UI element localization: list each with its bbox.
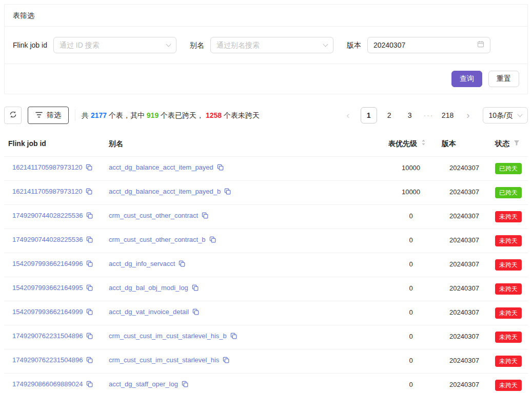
status-cell: 未跨天 <box>491 229 528 253</box>
priority-cell: 0 <box>384 349 438 373</box>
refresh-button[interactable] <box>4 107 22 124</box>
job-id-link[interactable]: 1621411705987973120 <box>12 163 82 171</box>
page-size-select[interactable]: 10条/页 <box>483 107 528 123</box>
table-row: 1542097993662164996 acct_dg_info_servacc… <box>4 253 528 277</box>
alias-cell: acct_dg_balance_acct_item_payed_b <box>105 180 384 204</box>
job-id-link[interactable]: 1542097993662164996 <box>12 260 83 267</box>
copy-icon[interactable] <box>86 236 93 246</box>
copy-icon[interactable] <box>182 381 188 390</box>
version-label: 版本 <box>347 40 361 50</box>
copy-icon[interactable] <box>202 212 208 222</box>
page-ellipsis[interactable]: ··· <box>422 110 436 120</box>
copy-icon[interactable] <box>86 164 92 174</box>
status-cell: 未跨天 <box>491 253 528 277</box>
job-id-link[interactable]: 1542097993662164995 <box>12 284 83 292</box>
version-cell: 20240307 <box>438 229 491 253</box>
sort-icon[interactable] <box>421 138 426 149</box>
copy-icon[interactable] <box>230 333 237 342</box>
page-button-2[interactable]: 2 <box>381 107 398 123</box>
job-id-link[interactable]: 1542097993662164999 <box>12 308 83 316</box>
page-button-3[interactable]: 3 <box>402 107 418 123</box>
job-id-cell: 1621411705987973120 <box>4 180 105 204</box>
priority-cell: 0 <box>384 373 438 393</box>
copy-icon[interactable] <box>223 357 229 366</box>
copy-icon[interactable] <box>192 284 199 294</box>
version-cell: 20240307 <box>438 349 491 373</box>
status-cell: 未跨天 <box>491 373 528 393</box>
job-id-cell: 1542097993662164996 <box>4 253 105 277</box>
version-datepicker[interactable]: 20240307 <box>367 37 490 53</box>
summary-uncrossed-count: 1258 <box>206 111 222 119</box>
job-id-link[interactable]: 1749290762231504896 <box>12 356 83 364</box>
filter-fields-row: Flink job id 通过 ID 搜索 别名 通过别名搜索 版本 20240… <box>5 27 527 64</box>
page-button-last[interactable]: 218 <box>440 107 456 123</box>
version-value: 20240307 <box>373 40 405 50</box>
table-row: 1621411705987973120 acct_dg_balance_acct… <box>4 180 528 204</box>
alias-link[interactable]: acct_dg_vat_invoice_detail <box>109 308 189 316</box>
copy-icon[interactable] <box>217 164 224 174</box>
job-id-cell: 1749290866069889024 <box>4 373 105 393</box>
column-header-version: 版本 <box>438 131 491 156</box>
job-id-link[interactable]: 1621411705987973120 <box>12 188 82 195</box>
job-id-link[interactable]: 1749290762231504896 <box>12 332 83 340</box>
tables-table: Flink job id 别名 表优先级 版本 状态 <box>4 131 528 393</box>
copy-icon[interactable] <box>86 284 93 294</box>
alias-link[interactable]: acct_dg_staff_oper_log <box>109 380 178 388</box>
filter-panel: 表筛选 Flink job id 通过 ID 搜索 别名 通过别名搜索 版本 <box>4 4 528 94</box>
copy-icon[interactable] <box>192 308 199 318</box>
status-cell: 未跨天 <box>491 349 528 373</box>
version-cell: 20240307 <box>438 373 491 393</box>
alias-link[interactable]: crm_cust_cust_im_cust_starlevel_his <box>109 356 219 364</box>
query-button[interactable]: 查询 <box>451 71 482 87</box>
filter-funnel-icon[interactable] <box>514 138 520 149</box>
job-id-link[interactable]: 1749290866069889024 <box>12 380 83 388</box>
column-header-job-id: Flink job id <box>4 131 105 156</box>
page-button-1[interactable]: 1 <box>361 107 377 123</box>
job-id-link[interactable]: 1749290744028225536 <box>12 236 83 243</box>
job-id-select[interactable]: 通过 ID 搜索 <box>53 37 176 53</box>
table-row: 1542097993662164999 acct_dg_vat_invoice_… <box>4 301 528 325</box>
job-id-label: Flink job id <box>13 40 47 50</box>
alias-link[interactable]: acct_dg_bal_obj_modi_log <box>109 284 188 292</box>
status-badge: 已跨天 <box>495 163 522 174</box>
filter-actions: 查询 重置 <box>5 64 527 94</box>
alias-cell: acct_dg_info_servacct <box>105 253 384 277</box>
alias-link[interactable]: acct_dg_balance_acct_item_payed <box>109 163 213 171</box>
alias-link[interactable]: acct_dg_balance_acct_item_payed_b <box>109 188 221 195</box>
status-badge: 未跨天 <box>495 307 522 319</box>
table-toolbar: 筛选 共 2177 个表，其中 919 个表已跨天， 1258 个表未跨天 ‹ … <box>4 107 528 124</box>
filter-toggle-button[interactable]: 筛选 <box>28 107 69 124</box>
copy-icon[interactable] <box>86 308 93 318</box>
next-page-button[interactable]: › <box>460 107 477 123</box>
version-cell: 20240307 <box>438 301 491 325</box>
copy-icon[interactable] <box>179 260 185 270</box>
reset-button[interactable]: 重置 <box>488 71 519 87</box>
status-badge: 未跨天 <box>495 332 522 343</box>
copy-icon[interactable] <box>86 381 93 390</box>
field-flink-job-id: Flink job id 通过 ID 搜索 <box>13 37 176 53</box>
job-id-link[interactable]: 1749290744028225536 <box>12 212 83 219</box>
alias-link[interactable]: crm_cust_cust_im_cust_starlevel_his_b <box>109 332 227 340</box>
filter-lines-icon <box>35 111 43 119</box>
alias-select[interactable]: 通过别名搜索 <box>210 37 333 53</box>
alias-cell: acct_dg_staff_oper_log <box>105 373 384 393</box>
version-cell: 20240307 <box>438 204 491 229</box>
copy-icon[interactable] <box>86 260 93 270</box>
pagination-top: ‹ 1 2 3 ··· 218 › 10条/页 <box>340 107 528 123</box>
alias-cell: crm_cust_cust_other_contract_b <box>105 229 384 253</box>
prev-page-button[interactable]: ‹ <box>340 107 357 123</box>
alias-link[interactable]: crm_cust_cust_other_contract_b <box>109 236 206 243</box>
copy-icon[interactable] <box>209 236 216 246</box>
alias-link[interactable]: crm_cust_cust_other_contract <box>109 212 198 219</box>
status-cell: 未跨天 <box>491 277 528 301</box>
copy-icon[interactable] <box>86 188 92 198</box>
copy-icon[interactable] <box>224 188 231 198</box>
table-header-row: Flink job id 别名 表优先级 版本 状态 <box>4 131 528 156</box>
copy-icon[interactable] <box>86 212 93 222</box>
table-row: 1621411705987973120 acct_dg_balance_acct… <box>4 156 528 180</box>
status-header-label: 状态 <box>495 138 509 149</box>
copy-icon[interactable] <box>86 357 93 366</box>
alias-link[interactable]: acct_dg_info_servacct <box>109 260 175 267</box>
alias-placeholder: 通过别名搜索 <box>216 40 260 50</box>
copy-icon[interactable] <box>86 333 93 342</box>
